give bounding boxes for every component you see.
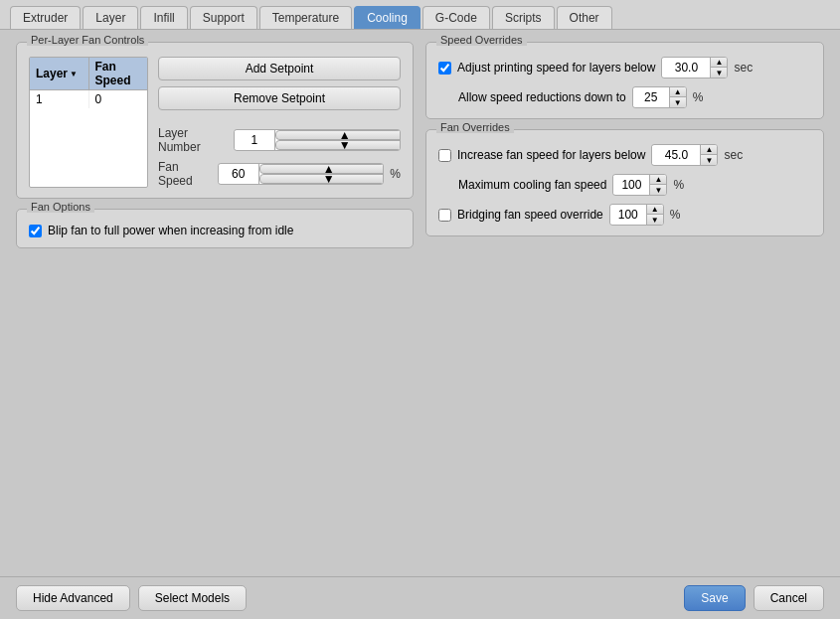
sort-icon: ▼ — [70, 70, 78, 78]
increase-fan-arrows: ▲ ▼ — [700, 145, 717, 165]
reduction-up[interactable]: ▲ — [670, 87, 686, 97]
bridging-checkbox[interactable] — [438, 209, 451, 222]
increase-fan-checkbox[interactable] — [438, 149, 451, 162]
max-cooling-down[interactable]: ▼ — [650, 185, 666, 195]
fan-speed-down[interactable]: ▼ — [259, 174, 385, 184]
bridging-arrows: ▲ ▼ — [646, 205, 663, 225]
fan-table-header: Layer ▼ Fan Speed — [30, 58, 147, 90]
fan-options-title: Fan Options — [27, 201, 94, 213]
tab-gcode[interactable]: G-Code — [422, 6, 490, 29]
fan-controls-inner: Layer ▼ Fan Speed 1 0 Add Setpoint Remov… — [29, 57, 401, 188]
fan-speed-up[interactable]: ▲ — [259, 164, 385, 174]
adjust-speed-up[interactable]: ▲ — [711, 58, 727, 68]
layer-number-input[interactable] — [235, 131, 274, 149]
col-layer-header: Layer ▼ — [30, 58, 89, 89]
increase-fan-label: Increase fan speed for layers below — [457, 148, 645, 162]
max-cooling-arrows: ▲ ▼ — [649, 175, 666, 195]
max-cooling-label: Maximum cooling fan speed — [438, 178, 606, 192]
blip-fan-label: Blip fan to full power when increasing f… — [48, 224, 293, 237]
tab-support[interactable]: Support — [190, 6, 257, 29]
row-speed: 0 — [89, 90, 148, 108]
row-layer: 1 — [30, 90, 89, 108]
adjust-speed-arrows: ▲ ▼ — [710, 58, 727, 77]
max-cooling-unit: % — [673, 178, 684, 192]
bridging-row: Bridging fan speed override ▲ ▼ % — [438, 204, 811, 226]
reduction-down[interactable]: ▼ — [670, 97, 686, 107]
bottom-left: Hide Advanced Select Models — [16, 585, 247, 611]
save-button[interactable]: Save — [684, 585, 745, 611]
tab-scripts[interactable]: Scripts — [492, 6, 555, 29]
reduction-arrows: ▲ ▼ — [669, 87, 686, 107]
adjust-speed-label: Adjust printing speed for layers below — [457, 61, 655, 75]
adjust-speed-input[interactable] — [662, 59, 710, 77]
fan-overrides-group: Fan Overrides Increase fan speed for lay… — [425, 129, 824, 236]
right-column: Speed Overrides Adjust printing speed fo… — [425, 42, 824, 564]
reduction-label: Allow speed reductions down to — [438, 90, 626, 104]
tab-infill[interactable]: Infill — [140, 6, 187, 29]
speed-overrides-inner: Adjust printing speed for layers below ▲… — [438, 57, 811, 108]
tab-other[interactable]: Other — [557, 6, 612, 29]
select-models-button[interactable]: Select Models — [138, 585, 247, 611]
adjust-speed-unit: sec — [734, 61, 753, 75]
add-setpoint-button[interactable]: Add Setpoint — [158, 57, 401, 80]
adjust-speed-row: Adjust printing speed for layers below ▲… — [438, 57, 811, 78]
layer-number-label: Layer Number — [158, 126, 228, 154]
bottom-bar: Hide Advanced Select Models Save Cancel — [0, 576, 840, 619]
speed-overrides-title: Speed Overrides — [436, 34, 527, 46]
bridging-unit: % — [670, 208, 681, 222]
layer-number-spinner[interactable]: ▲ ▼ — [234, 129, 401, 151]
blip-fan-row: Blip fan to full power when increasing f… — [29, 224, 401, 237]
remove-setpoint-button[interactable]: Remove Setpoint — [158, 86, 401, 110]
fan-speed-spinner[interactable]: ▲ ▼ — [218, 163, 385, 185]
fan-table: Layer ▼ Fan Speed 1 0 — [29, 57, 148, 188]
tab-bar: Extruder Layer Infill Support Temperatur… — [0, 0, 840, 30]
bridging-up[interactable]: ▲ — [647, 205, 663, 215]
increase-fan-spinner[interactable]: ▲ ▼ — [651, 144, 718, 166]
tab-layer[interactable]: Layer — [83, 6, 138, 29]
increase-fan-unit: sec — [724, 148, 743, 162]
per-layer-fan-group: Per-Layer Fan Controls Layer ▼ Fan Speed… — [16, 42, 414, 199]
speed-overrides-group: Speed Overrides Adjust printing speed fo… — [425, 42, 824, 119]
layer-number-down[interactable]: ▼ — [275, 140, 401, 150]
left-column: Per-Layer Fan Controls Layer ▼ Fan Speed… — [16, 42, 414, 564]
fan-controls-right: Add Setpoint Remove Setpoint Layer Numbe… — [158, 57, 401, 188]
increase-fan-up[interactable]: ▲ — [701, 145, 717, 155]
fan-speed-input[interactable] — [219, 165, 258, 183]
increase-fan-input[interactable] — [652, 146, 700, 164]
tab-cooling[interactable]: Cooling — [354, 6, 420, 29]
max-cooling-spinner[interactable]: ▲ ▼ — [612, 174, 667, 196]
adjust-speed-spinner[interactable]: ▲ ▼ — [661, 57, 728, 78]
fan-options-group: Fan Options Blip fan to full power when … — [16, 209, 414, 248]
main-content: Per-Layer Fan Controls Layer ▼ Fan Speed… — [0, 30, 840, 576]
bridging-spinner[interactable]: ▲ ▼ — [609, 204, 664, 226]
layer-number-row: Layer Number ▲ ▼ — [158, 126, 401, 154]
layer-speed-fields: Layer Number ▲ ▼ Fan Speed — [158, 126, 401, 188]
bridging-input[interactable] — [610, 206, 646, 224]
per-layer-fan-title: Per-Layer Fan Controls — [27, 34, 148, 46]
fan-speed-label: Fan Speed — [158, 160, 212, 188]
max-cooling-up[interactable]: ▲ — [650, 175, 666, 185]
reduction-row: Allow speed reductions down to ▲ ▼ % — [438, 86, 811, 108]
bridging-down[interactable]: ▼ — [647, 215, 663, 225]
hide-advanced-button[interactable]: Hide Advanced — [16, 585, 130, 611]
fan-overrides-title: Fan Overrides — [436, 121, 514, 133]
bridging-label: Bridging fan speed override — [457, 208, 603, 222]
layer-number-arrows: ▲ ▼ — [274, 130, 401, 150]
table-row[interactable]: 1 0 — [30, 90, 147, 108]
fan-speed-arrows: ▲ ▼ — [258, 164, 385, 184]
tab-extruder[interactable]: Extruder — [10, 6, 81, 29]
reduction-spinner[interactable]: ▲ ▼ — [632, 86, 687, 108]
increase-fan-row: Increase fan speed for layers below ▲ ▼ … — [438, 144, 811, 166]
adjust-speed-down[interactable]: ▼ — [711, 68, 727, 77]
increase-fan-down[interactable]: ▼ — [701, 155, 717, 165]
max-cooling-row: Maximum cooling fan speed ▲ ▼ % — [438, 174, 811, 196]
cancel-button[interactable]: Cancel — [754, 585, 824, 611]
fan-overrides-inner: Increase fan speed for layers below ▲ ▼ … — [438, 144, 811, 226]
reduction-input[interactable] — [633, 88, 669, 106]
fan-speed-unit: % — [390, 167, 401, 181]
adjust-speed-checkbox[interactable] — [438, 62, 451, 75]
tab-temperature[interactable]: Temperature — [259, 6, 352, 29]
max-cooling-input[interactable] — [613, 176, 649, 194]
bottom-right: Save Cancel — [684, 585, 824, 611]
blip-fan-checkbox[interactable] — [29, 225, 42, 237]
